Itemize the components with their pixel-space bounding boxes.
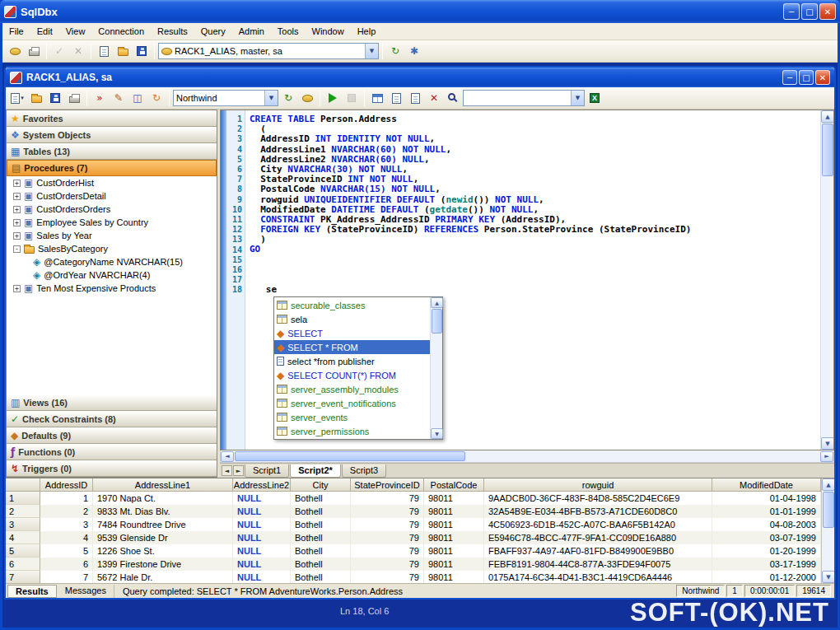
menu-help[interactable]: Help <box>351 24 383 39</box>
tree-item-custorderhist[interactable]: +▣CustOrderHist <box>7 176 217 189</box>
autocomplete-item[interactable]: ◆SELECT * FROM <box>274 340 430 354</box>
grid-cell[interactable]: 03-07-1999 <box>712 531 821 544</box>
grid-cell[interactable]: 79 <box>351 571 424 583</box>
grid-row[interactable]: 229833 Mt. Dias Blv.NULLBothell799801132… <box>6 505 821 518</box>
open-file-button[interactable] <box>114 42 132 60</box>
grid-cell[interactable]: NULL <box>233 544 291 558</box>
grid-row[interactable]: 337484 Roundtree DriveNULLBothell7998011… <box>6 518 821 531</box>
grid-cell[interactable]: 98011 <box>424 518 484 531</box>
autocomplete-item[interactable]: server_assembly_modules <box>274 382 430 396</box>
find-button[interactable] <box>444 89 462 107</box>
scrollbar-track[interactable] <box>822 529 834 571</box>
tab-results[interactable]: Results <box>7 585 57 598</box>
grid-cell[interactable]: 79 <box>351 492 424 505</box>
grid-cell[interactable]: 4 <box>40 531 93 544</box>
grid-column-header-addressline1[interactable]: AddressLine1 <box>93 478 233 492</box>
grid-cell[interactable]: 4C506923-6D1B-452C-A07C-BAA6F5B142A0 <box>484 518 712 531</box>
preview-button[interactable]: ◫ <box>128 89 147 107</box>
grid-row-number[interactable]: 5 <box>6 544 40 558</box>
scroll-down-icon[interactable]: ▼ <box>431 428 443 439</box>
grid-cell[interactable]: 79 <box>351 531 424 544</box>
tree-section-tables-13[interactable]: ▦Tables (13) <box>7 143 217 160</box>
menu-tools[interactable]: Tools <box>271 24 306 39</box>
autocomplete-item[interactable]: ◆SELECT COUNT(*) FROM <box>274 368 430 382</box>
grid-column-header-stateprovinceid[interactable]: StateProvinceID <box>351 478 424 492</box>
connect-button[interactable] <box>6 42 24 60</box>
scroll-down-icon[interactable]: ▼ <box>822 571 834 583</box>
grid-cell[interactable]: 0175A174-6C34-4D41-B3C1-4419CD6A4446 <box>484 571 712 583</box>
grid-cell[interactable]: NULL <box>233 531 291 544</box>
tree-item-salesbycategory[interactable]: -SalesByCategory <box>7 242 217 255</box>
grid-row-number[interactable]: 1 <box>6 492 40 505</box>
tree-item-sales-by-year[interactable]: +▣Sales by Year <box>7 229 217 242</box>
tree-section-procedures-7[interactable]: ▤Procedures (7) <box>7 160 217 176</box>
scroll-up-icon[interactable]: ▲ <box>822 478 834 491</box>
grid-cell[interactable]: NULL <box>233 558 291 571</box>
grid-cell[interactable]: 98011 <box>424 505 484 518</box>
scrollbar-track[interactable] <box>821 177 833 437</box>
tree-section-check-constraints-8[interactable]: ✓Check Constraints (8) <box>7 411 217 427</box>
grid-cell[interactable]: 03-17-1999 <box>712 558 821 571</box>
expander-icon[interactable]: - <box>13 245 21 253</box>
grid-cell[interactable]: 1399 Firestone Drive <box>93 558 233 571</box>
tab-messages[interactable]: Messages <box>58 585 114 598</box>
grid-cell[interactable]: 5672 Hale Dr. <box>93 571 233 583</box>
minimize-button[interactable]: ─ <box>783 3 800 20</box>
expander-icon[interactable]: + <box>13 193 21 200</box>
grid-cell[interactable]: NULL <box>233 492 291 505</box>
app-titlebar[interactable]: SqlDbx ─ □ ✕ <box>0 0 840 23</box>
chevron-down-icon[interactable]: ▼ <box>264 91 278 105</box>
find-combo[interactable]: ▼ <box>463 90 585 106</box>
grid-cell[interactable]: Bothell <box>291 518 351 531</box>
chevron-down-icon[interactable]: ▼ <box>365 44 378 58</box>
scroll-left-icon[interactable]: ◄ <box>221 451 234 462</box>
grid-cell[interactable]: FBAFF937-4A97-4AF0-81FD-B849900E9BB0 <box>484 544 712 558</box>
grid-cell[interactable]: 2 <box>40 505 93 518</box>
scrollbar-thumb[interactable] <box>432 309 442 334</box>
grid-cell[interactable]: 01-04-1998 <box>712 492 821 505</box>
tree-section-system-objects[interactable]: ❖System Objects <box>7 127 217 143</box>
autocomplete-item[interactable]: sela <box>274 312 430 326</box>
grid-cell[interactable]: Bothell <box>291 558 351 571</box>
maximize-button[interactable]: □ <box>801 3 818 20</box>
grid-row-number[interactable]: 7 <box>6 571 40 583</box>
tree-item-employee-sales-by-country[interactable]: +▣Employee Sales by Country <box>7 216 217 229</box>
new-file-button[interactable] <box>95 42 113 60</box>
grid-cell[interactable]: 9833 Mt. Dias Blv. <box>93 505 233 518</box>
grid-cell[interactable]: NULL <box>233 571 291 583</box>
autocomplete-item[interactable]: server_permissions <box>274 424 430 438</box>
query-window-titlebar[interactable]: RACK1_ALIAS, sa ─ □ ✕ <box>6 68 834 87</box>
scrollbar-track[interactable] <box>431 334 442 428</box>
results-grid-button[interactable] <box>368 89 386 107</box>
scroll-up-icon[interactable]: ▲ <box>821 110 834 123</box>
code-line[interactable]: FOREIGN KEY (StateProvinceID) REFERENCES… <box>250 225 817 235</box>
commit-button[interactable]: ✓ <box>50 42 68 60</box>
tree-section-views-16[interactable]: ▥Views (16) <box>7 394 217 411</box>
print-button[interactable] <box>65 89 83 107</box>
menu-edit[interactable]: Edit <box>30 24 59 39</box>
code-line[interactable]: se <box>250 285 817 295</box>
rollback-button[interactable]: ✕ <box>69 42 87 60</box>
code-line[interactable]: CREATE TABLE Person.Address <box>250 114 817 124</box>
grid-cell[interactable]: 7 <box>40 571 93 583</box>
grid-column-header-rowguid[interactable]: rowguid <box>484 478 712 492</box>
connection-combo[interactable]: RACK1_ALIAS, master, sa ▼ <box>158 43 379 59</box>
grid-column-header-postalcode[interactable]: PostalCode <box>424 478 484 492</box>
script-tab-script1[interactable]: Script1 <box>245 464 289 478</box>
grid-cell[interactable]: 98011 <box>424 492 484 505</box>
chevron-down-icon[interactable]: ▼ <box>571 91 584 105</box>
grid-cell[interactable]: E5946C78-4BCC-477F-9FA1-CC09DE16A880 <box>484 531 712 544</box>
expander-icon[interactable]: + <box>13 219 21 226</box>
grid-row-number[interactable]: 3 <box>6 518 40 531</box>
scrollbar-thumb[interactable] <box>823 492 834 528</box>
scroll-right-icon[interactable]: ► <box>820 451 833 462</box>
execute-file-button[interactable]: » <box>91 89 109 107</box>
expander-icon[interactable]: + <box>13 232 21 240</box>
code-line[interactable] <box>250 275 817 285</box>
grid-cell[interactable]: 9539 Glenside Dr <box>93 531 233 544</box>
scrollbar-thumb[interactable] <box>822 124 833 176</box>
options-button[interactable]: ✱ <box>405 42 423 60</box>
close-button[interactable]: ✕ <box>819 3 836 20</box>
grid-column-header-city[interactable]: City <box>291 478 351 492</box>
database-combo[interactable]: Northwind ▼ <box>173 90 278 106</box>
